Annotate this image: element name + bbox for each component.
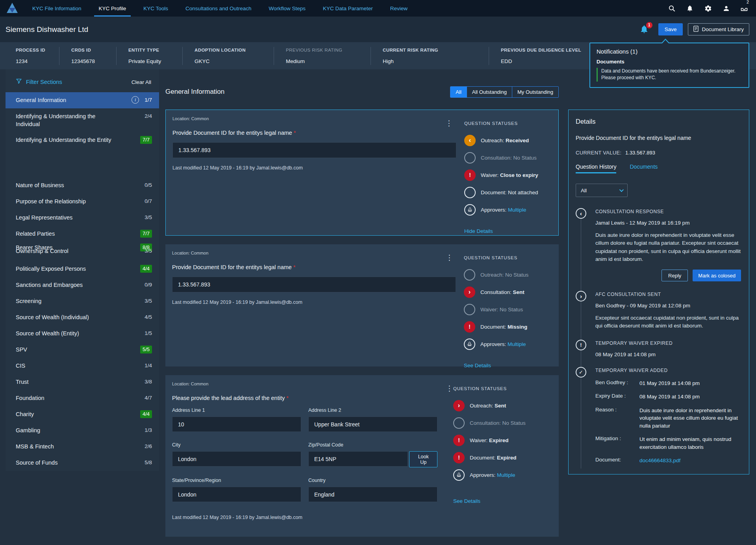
details-question: Provide Document ID for the entitys lega… xyxy=(576,135,741,141)
nav-kyc-tools[interactable]: KYC Tools xyxy=(143,0,168,17)
nav-workflow-steps[interactable]: Workflow Steps xyxy=(269,0,306,17)
inbox-tray-icon[interactable]: 2 xyxy=(740,4,748,12)
kebab-menu-icon[interactable]: ⋮ xyxy=(445,119,453,127)
mark-as-closed-button[interactable]: Mark as colosed xyxy=(693,270,741,281)
notification-count-badge: 1 xyxy=(646,22,652,28)
approvers-multiple-link[interactable]: Multiple xyxy=(497,472,515,478)
timeline-entry-afc-consultation-sent: › AFC CONSULTATION SENT Ben Godfrey - 09… xyxy=(576,292,741,330)
adoption-location-value: GKYC xyxy=(195,58,270,64)
gear-icon[interactable] xyxy=(704,4,712,12)
save-button[interactable]: Save xyxy=(658,23,683,35)
city-input[interactable] xyxy=(172,451,301,467)
state-province-region-input[interactable] xyxy=(172,487,301,502)
kebab-menu-icon[interactable]: ⋮ xyxy=(446,385,453,392)
info-icon[interactable]: i xyxy=(132,96,139,104)
reason-label: Reason : xyxy=(595,407,639,430)
nav-kyc-file-information[interactable]: KYC File Information xyxy=(32,0,82,17)
tab-all[interactable]: All xyxy=(450,87,466,97)
nav-kyc-profile[interactable]: KYC Profile xyxy=(99,0,126,17)
hide-details-link[interactable]: Hide Details xyxy=(464,228,493,234)
entity-header: Siemens Dishwasher Ltd 1 Save Document L… xyxy=(0,17,756,42)
kebab-menu-icon[interactable]: ⋮ xyxy=(446,254,453,261)
address-line-1-input[interactable] xyxy=(172,417,301,432)
document-missing-icon: ! xyxy=(464,321,475,333)
sidebar-item-sanctions-embargoes[interactable]: Sanctions and Embargoes 0/9 xyxy=(6,277,159,293)
outreach-no-status-icon xyxy=(464,269,475,281)
look-up-button[interactable]: Look Up xyxy=(409,451,437,467)
page-title: Siemens Dishwasher Ltd xyxy=(6,25,88,34)
required-asterisk: * xyxy=(286,395,289,401)
sidebar-item-nature-of-business[interactable]: Nature of Business 0/5 xyxy=(6,177,159,193)
country-input[interactable] xyxy=(308,487,437,502)
location-label: Location: Common xyxy=(172,251,456,255)
sidebar-item-source-of-wealth-individual[interactable]: Source of Wealth (Individual) 4/5 xyxy=(6,309,159,326)
document-expired-icon: ! xyxy=(453,452,465,463)
sidebar-item-legal-representatives[interactable]: Legal Representatives 3/5 xyxy=(6,210,159,226)
document-id-input[interactable] xyxy=(172,142,456,158)
nav-consultations-and-outreach[interactable]: Consultations and Outreach xyxy=(185,0,251,17)
document-label: Document: xyxy=(595,457,639,465)
last-modified-text: Last modified 12 May 2019 - 16:19 by Jam… xyxy=(172,165,456,171)
reason-value: Duis aute irure dolor in reprehenderit i… xyxy=(639,407,741,430)
filter-funnel-icon xyxy=(16,78,22,86)
tab-question-history[interactable]: Question History xyxy=(576,164,616,173)
history-filter-dropdown[interactable]: All xyxy=(576,184,628,197)
required-asterisk: * xyxy=(293,264,296,270)
previous-risk-rating-value: Medium xyxy=(286,58,367,64)
nav-kyc-data-parameter[interactable]: KYC Data Parameter xyxy=(323,0,373,17)
notification-message[interactable]: Data and Documents have been received fr… xyxy=(597,68,742,82)
sidebar-item-trust[interactable]: Trust 3/8 xyxy=(6,374,159,390)
entity-type-value: Private Equity xyxy=(128,58,178,64)
sidebar-item-purpose-of-relationship[interactable]: Purpose of the Relationship 0/7 xyxy=(6,193,159,210)
sidebar-item-gambling[interactable]: Gambling 1/3 xyxy=(6,422,159,439)
document-library-button[interactable]: Document Library xyxy=(688,23,749,35)
sidebar-item-related-parties[interactable]: Related Parties 7/7 xyxy=(6,226,159,242)
sidebar-item-cis[interactable]: CIS 1/4 xyxy=(6,358,159,374)
zip-postal-code-input[interactable] xyxy=(308,451,408,467)
approvers-multiple-link[interactable]: Multiple xyxy=(508,341,526,347)
last-modified-text: Last modified 12 May 2019 - 16:19 by Jam… xyxy=(172,299,456,305)
sidebar-item-politically-exposed-persons[interactable]: Politically Exposed Persons 4/4 xyxy=(6,261,159,277)
sidebar-item-screening[interactable]: Screening 3/5 xyxy=(6,293,159,309)
sidebar-item-source-of-wealth-entity[interactable]: Source of Wealth (Entity) 1/5 xyxy=(6,326,159,342)
see-details-link[interactable]: See Details xyxy=(453,498,480,504)
crds-id-value: 12345678 xyxy=(71,58,112,64)
approvers-stamp-icon xyxy=(464,339,475,350)
user-icon[interactable] xyxy=(722,4,730,12)
tab-my-outstanding[interactable]: My Outstanding xyxy=(512,87,558,97)
adoption-location-label: ADOPTION LOCATION xyxy=(195,48,270,52)
sidebar-item-identifying-entity[interactable]: Identifying & Understanding the Entity 7… xyxy=(6,132,159,148)
nav-review[interactable]: Review xyxy=(390,0,408,17)
document-id-input[interactable] xyxy=(172,277,456,292)
question-card: Location: Common Provide Document ID for… xyxy=(165,244,559,366)
question-text: Provide Document ID for the entitys lega… xyxy=(172,264,456,270)
bell-icon[interactable] xyxy=(686,4,694,12)
sidebar-item-source-of-funds[interactable]: Source of Funds 5/8 xyxy=(6,455,159,471)
details-panel: Details Provide Document ID for the enti… xyxy=(568,110,749,474)
filter-sections-link[interactable]: Filter Sections xyxy=(26,79,62,85)
question-card-address: Location: Common Please provide the lead… xyxy=(165,375,559,537)
tab-documents[interactable]: Documents xyxy=(630,164,658,173)
zip-postal-code-label: Zip/Postal Code xyxy=(308,442,437,448)
section-title: General Information xyxy=(165,88,224,96)
address-line-2-input[interactable] xyxy=(308,417,437,432)
clear-all-link[interactable]: Clear All xyxy=(132,79,151,85)
document-link[interactable]: doc46664833,pdf xyxy=(639,457,680,465)
question-text: Provide Document ID for the entitys lega… xyxy=(172,130,456,136)
notifications-bell-icon[interactable]: 1 xyxy=(639,24,650,35)
sidebar-item-identifying-individual[interactable]: Identifying & Understanding the Individu… xyxy=(6,108,159,132)
tab-all-outstanding[interactable]: All Outstanding xyxy=(467,87,512,97)
details-title: Details xyxy=(576,118,741,125)
approvers-multiple-link[interactable]: Multiple xyxy=(508,207,526,213)
see-details-link[interactable]: See Details xyxy=(464,363,491,368)
search-icon[interactable] xyxy=(668,4,676,12)
sidebar-item-charity[interactable]: Charity 4/4 xyxy=(6,406,159,422)
sidebar-item-foundation[interactable]: Foundation 4/7 xyxy=(6,390,159,406)
sidebar-item-general-information[interactable]: General Information i 1/7 xyxy=(6,92,159,108)
sidebar-item-spv[interactable]: SPV 5/5 xyxy=(6,342,159,358)
reply-button[interactable]: Reply xyxy=(662,270,688,281)
location-label: Location: Common xyxy=(172,116,456,121)
sidebar-item-msb-fintech[interactable]: MSB & Fintech 2/6 xyxy=(6,439,159,455)
app-logo[interactable] xyxy=(6,2,19,14)
sidebar-item-ownership-control[interactable]: Ownership & Control 3/5 xyxy=(6,247,159,255)
